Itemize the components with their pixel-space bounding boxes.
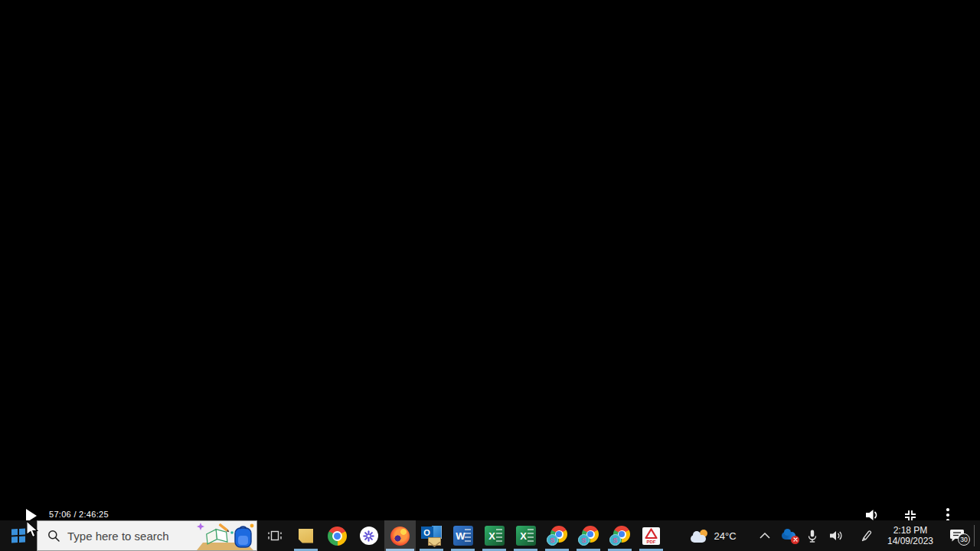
profile-badge: S bbox=[578, 534, 590, 546]
excel-icon: X bbox=[485, 526, 505, 546]
profile-badge: S bbox=[609, 534, 621, 546]
weather-widget[interactable]: 24°C bbox=[684, 520, 743, 551]
excel-button-2[interactable]: X bbox=[510, 520, 541, 551]
clock-time: 2:18 PM bbox=[893, 525, 928, 536]
video-time-display: 57:06 / 2:46:25 bbox=[49, 510, 109, 519]
onedrive-tray-button[interactable] bbox=[778, 520, 801, 551]
chrome-icon bbox=[328, 527, 347, 546]
firefox-button[interactable] bbox=[384, 520, 416, 551]
task-view-button[interactable] bbox=[259, 520, 290, 551]
chrome-profile-icon: S bbox=[547, 526, 567, 546]
chrome-button[interactable] bbox=[322, 520, 353, 551]
windows-logo-icon bbox=[11, 529, 25, 543]
chrome-profile-button-3[interactable]: S bbox=[604, 520, 635, 551]
pen-icon bbox=[859, 529, 873, 543]
search-placeholder: Type here to search bbox=[67, 530, 169, 543]
chrome-profile-icon: S bbox=[578, 526, 599, 546]
more-options-icon[interactable] bbox=[946, 508, 949, 522]
task-view-icon bbox=[267, 529, 283, 543]
envelope-icon bbox=[428, 537, 441, 546]
acrobat-button[interactable]: PDF bbox=[635, 520, 667, 551]
clock-date: 14/09/2023 bbox=[887, 536, 933, 546]
starburst-app-icon bbox=[360, 527, 378, 545]
show-desktop-strip[interactable] bbox=[975, 520, 980, 551]
profile-badge: S bbox=[547, 534, 558, 546]
taskbar-apps: O W X X bbox=[259, 520, 667, 551]
pen-tray-button[interactable] bbox=[854, 520, 877, 551]
word-button[interactable]: W bbox=[447, 520, 479, 551]
search-input[interactable]: Type here to search bbox=[37, 520, 257, 551]
word-icon: W bbox=[453, 526, 473, 546]
search-highlight-illustration[interactable] bbox=[195, 521, 256, 550]
starburst-app-button[interactable] bbox=[353, 520, 384, 551]
sticky-notes-button[interactable] bbox=[290, 520, 322, 551]
taskbar: Type here to search bbox=[0, 520, 980, 551]
chrome-profile-button-1[interactable]: S bbox=[541, 520, 573, 551]
weather-icon bbox=[691, 530, 709, 543]
error-badge bbox=[791, 536, 799, 544]
clock[interactable]: 2:18 PM 14/09/2023 bbox=[879, 520, 942, 551]
outlook-icon: O bbox=[421, 526, 443, 546]
search-icon bbox=[47, 530, 60, 542]
speaker-icon bbox=[829, 530, 844, 542]
microphone-tray-button[interactable] bbox=[802, 520, 822, 551]
notification-count-badge: 30 bbox=[958, 533, 970, 546]
action-center-button[interactable]: 30 bbox=[945, 520, 972, 551]
firefox-icon bbox=[390, 527, 410, 546]
desktop: 57:06 / 2:46:25 Type here to search bbox=[0, 0, 980, 551]
weather-temperature: 24°C bbox=[714, 530, 736, 542]
outlook-button[interactable]: O bbox=[416, 520, 447, 551]
microphone-icon bbox=[805, 529, 819, 543]
sticky-notes-icon bbox=[299, 529, 313, 543]
chevron-up-icon bbox=[760, 533, 770, 539]
start-button[interactable] bbox=[0, 520, 37, 551]
show-hidden-icons-button[interactable] bbox=[755, 520, 775, 551]
excel-icon: X bbox=[516, 526, 536, 546]
speaker-tray-button[interactable] bbox=[825, 520, 848, 551]
excel-button-1[interactable]: X bbox=[479, 520, 510, 551]
chrome-profile-button-2[interactable]: S bbox=[573, 520, 604, 551]
chrome-profile-icon: S bbox=[609, 526, 630, 546]
acrobat-icon: PDF bbox=[642, 527, 660, 545]
onedrive-error-icon bbox=[782, 530, 797, 542]
